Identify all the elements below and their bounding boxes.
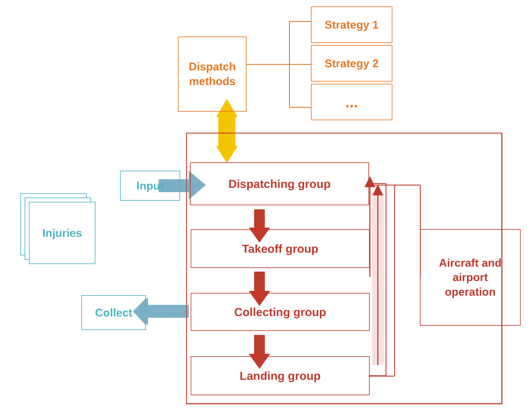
takeoff-group-box: Takeoff group [191,229,370,268]
takeoff-group-label: Takeoff group [242,242,318,255]
collect-label: Collect [95,306,132,319]
strategy-dots-label: ... [345,93,358,111]
dispatch-methods-label: Dispatch methods [189,59,236,89]
input-label: Input [136,179,164,192]
injuries-label: Injuries [42,227,82,239]
collecting-group-box: Collecting group [191,293,370,331]
injuries-box: Injuries [29,202,95,264]
collect-box: Collect [81,295,146,330]
strategy-dots-box: ... [311,84,392,120]
strategy-2-box: Strategy 2 [311,45,392,82]
strategy-1-box: Strategy 1 [311,6,392,43]
dispatching-group-box: Dispatching group [190,162,369,205]
aircraft-label: Aircraft and airport operation [439,256,502,299]
dispatching-group-label: Dispatching group [228,177,331,190]
dispatch-methods-box: Dispatch methods [178,37,247,112]
landing-group-label: Landing group [240,369,321,382]
strategy-2-label: Strategy 2 [325,57,379,70]
collecting-group-label: Collecting group [234,305,326,319]
aircraft-box: Aircraft and airport operation [420,229,521,326]
input-box: Input [120,171,180,201]
landing-group-box: Landing group [191,356,370,395]
strategy-1-label: Strategy 1 [325,18,379,31]
